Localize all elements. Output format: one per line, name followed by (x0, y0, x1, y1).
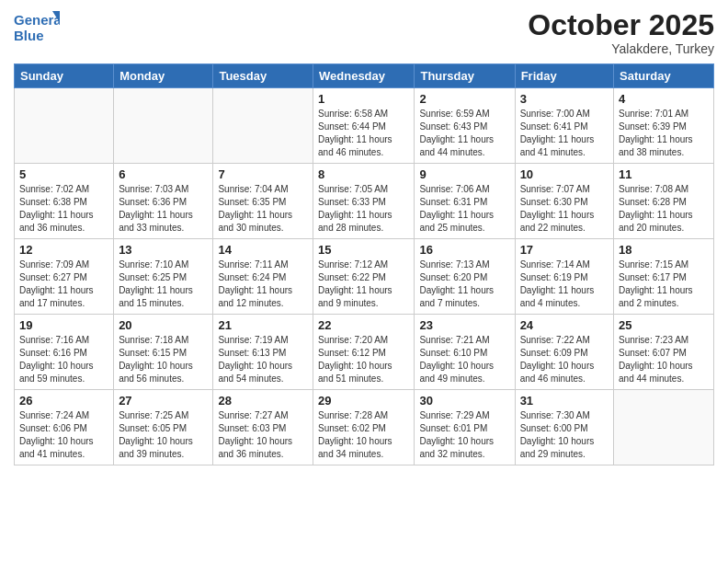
day-number: 10 (520, 167, 609, 181)
day-number: 23 (419, 318, 509, 332)
day-info: Sunrise: 7:27 AMSunset: 6:03 PMDaylight:… (218, 409, 308, 461)
day-number: 17 (520, 243, 609, 257)
calendar-cell: 14Sunrise: 7:11 AMSunset: 6:24 PMDayligh… (213, 239, 313, 315)
day-number: 5 (19, 167, 108, 181)
col-header-wednesday: Wednesday (313, 64, 415, 88)
calendar-cell: 24Sunrise: 7:22 AMSunset: 6:09 PMDayligh… (515, 315, 613, 390)
week-row-3: 12Sunrise: 7:09 AMSunset: 6:27 PMDayligh… (15, 239, 714, 315)
day-number: 30 (419, 394, 509, 408)
svg-text:Blue: Blue (14, 28, 44, 43)
calendar-cell: 18Sunrise: 7:15 AMSunset: 6:17 PMDayligh… (614, 239, 714, 315)
day-info: Sunrise: 7:20 AMSunset: 6:12 PMDaylight:… (318, 334, 409, 385)
col-header-tuesday: Tuesday (213, 64, 313, 88)
day-number: 8 (318, 167, 409, 181)
day-info: Sunrise: 7:18 AMSunset: 6:15 PMDaylight:… (119, 334, 208, 385)
calendar-cell: 29Sunrise: 7:28 AMSunset: 6:02 PMDayligh… (313, 390, 415, 465)
calendar-cell: 7Sunrise: 7:04 AMSunset: 6:35 PMDaylight… (213, 164, 313, 239)
logo: General Blue (14, 9, 60, 48)
week-row-2: 5Sunrise: 7:02 AMSunset: 6:38 PMDaylight… (15, 164, 714, 239)
col-header-friday: Friday (515, 64, 613, 88)
day-number: 22 (318, 318, 409, 332)
day-info: Sunrise: 6:59 AMSunset: 6:43 PMDaylight:… (419, 108, 509, 159)
calendar-cell: 21Sunrise: 7:19 AMSunset: 6:13 PMDayligh… (213, 315, 313, 390)
day-info: Sunrise: 7:22 AMSunset: 6:09 PMDaylight:… (520, 334, 609, 385)
calendar-cell: 8Sunrise: 7:05 AMSunset: 6:33 PMDaylight… (313, 164, 415, 239)
day-info: Sunrise: 7:09 AMSunset: 6:27 PMDaylight:… (19, 259, 108, 310)
month-title: October 2025 (528, 9, 714, 41)
day-info: Sunrise: 7:15 AMSunset: 6:17 PMDaylight:… (619, 259, 709, 310)
calendar-table: SundayMondayTuesdayWednesdayThursdayFrid… (14, 63, 714, 465)
day-number: 12 (19, 243, 108, 257)
calendar-cell: 25Sunrise: 7:23 AMSunset: 6:07 PMDayligh… (614, 315, 714, 390)
day-number: 26 (19, 394, 108, 408)
day-info: Sunrise: 7:06 AMSunset: 6:31 PMDaylight:… (419, 183, 509, 235)
day-number: 11 (619, 167, 709, 181)
day-info: Sunrise: 7:00 AMSunset: 6:41 PMDaylight:… (520, 108, 609, 159)
day-number: 14 (218, 243, 308, 257)
calendar-cell: 3Sunrise: 7:00 AMSunset: 6:41 PMDaylight… (515, 88, 613, 164)
day-info: Sunrise: 7:25 AMSunset: 6:05 PMDaylight:… (119, 409, 208, 461)
col-header-thursday: Thursday (415, 64, 515, 88)
day-number: 20 (119, 318, 208, 332)
day-info: Sunrise: 7:16 AMSunset: 6:16 PMDaylight:… (19, 334, 108, 385)
day-info: Sunrise: 7:03 AMSunset: 6:36 PMDaylight:… (119, 183, 208, 235)
calendar-cell: 16Sunrise: 7:13 AMSunset: 6:20 PMDayligh… (415, 239, 515, 315)
calendar-cell: 26Sunrise: 7:24 AMSunset: 6:06 PMDayligh… (15, 390, 114, 465)
day-number: 13 (119, 243, 208, 257)
day-info: Sunrise: 7:30 AMSunset: 6:00 PMDaylight:… (520, 409, 609, 461)
day-info: Sunrise: 7:29 AMSunset: 6:01 PMDaylight:… (419, 409, 509, 461)
day-number: 27 (119, 394, 208, 408)
col-header-monday: Monday (114, 64, 213, 88)
day-info: Sunrise: 7:10 AMSunset: 6:25 PMDaylight:… (119, 259, 208, 310)
day-number: 15 (318, 243, 409, 257)
calendar-cell: 6Sunrise: 7:03 AMSunset: 6:36 PMDaylight… (114, 164, 213, 239)
day-number: 4 (619, 92, 709, 106)
header: General Blue October 2025 Yalakdere, Tur… (14, 9, 714, 56)
calendar-cell: 15Sunrise: 7:12 AMSunset: 6:22 PMDayligh… (313, 239, 415, 315)
calendar-cell: 27Sunrise: 7:25 AMSunset: 6:05 PMDayligh… (114, 390, 213, 465)
day-info: Sunrise: 7:05 AMSunset: 6:33 PMDaylight:… (318, 183, 409, 235)
day-info: Sunrise: 7:07 AMSunset: 6:30 PMDaylight:… (520, 183, 609, 235)
week-row-1: 1Sunrise: 6:58 AMSunset: 6:44 PMDaylight… (15, 88, 714, 164)
calendar-cell: 4Sunrise: 7:01 AMSunset: 6:39 PMDaylight… (614, 88, 714, 164)
svg-text:General: General (14, 12, 60, 28)
calendar-cell: 17Sunrise: 7:14 AMSunset: 6:19 PMDayligh… (515, 239, 613, 315)
page: General Blue October 2025 Yalakdere, Tur… (0, 0, 728, 563)
day-info: Sunrise: 7:13 AMSunset: 6:20 PMDaylight:… (419, 259, 509, 310)
week-row-4: 19Sunrise: 7:16 AMSunset: 6:16 PMDayligh… (15, 315, 714, 390)
day-number: 18 (619, 243, 709, 257)
calendar-cell: 1Sunrise: 6:58 AMSunset: 6:44 PMDaylight… (313, 88, 415, 164)
calendar-cell: 31Sunrise: 7:30 AMSunset: 6:00 PMDayligh… (515, 390, 613, 465)
day-info: Sunrise: 7:12 AMSunset: 6:22 PMDaylight:… (318, 259, 409, 310)
day-info: Sunrise: 6:58 AMSunset: 6:44 PMDaylight:… (318, 108, 409, 159)
day-info: Sunrise: 7:02 AMSunset: 6:38 PMDaylight:… (19, 183, 108, 235)
day-number: 6 (119, 167, 208, 181)
calendar-header-row: SundayMondayTuesdayWednesdayThursdayFrid… (15, 64, 714, 88)
calendar-cell: 20Sunrise: 7:18 AMSunset: 6:15 PMDayligh… (114, 315, 213, 390)
col-header-sunday: Sunday (15, 64, 114, 88)
day-info: Sunrise: 7:21 AMSunset: 6:10 PMDaylight:… (419, 334, 509, 385)
week-row-5: 26Sunrise: 7:24 AMSunset: 6:06 PMDayligh… (15, 390, 714, 465)
calendar-cell: 19Sunrise: 7:16 AMSunset: 6:16 PMDayligh… (15, 315, 114, 390)
calendar-cell: 28Sunrise: 7:27 AMSunset: 6:03 PMDayligh… (213, 390, 313, 465)
calendar-cell: 12Sunrise: 7:09 AMSunset: 6:27 PMDayligh… (15, 239, 114, 315)
day-number: 2 (419, 92, 509, 106)
calendar-cell (15, 88, 114, 164)
day-number: 21 (218, 318, 308, 332)
calendar-cell: 9Sunrise: 7:06 AMSunset: 6:31 PMDaylight… (415, 164, 515, 239)
day-info: Sunrise: 7:08 AMSunset: 6:28 PMDaylight:… (619, 183, 709, 235)
calendar-cell: 30Sunrise: 7:29 AMSunset: 6:01 PMDayligh… (415, 390, 515, 465)
day-number: 31 (520, 394, 609, 408)
day-number: 1 (318, 92, 409, 106)
day-number: 25 (619, 318, 709, 332)
day-info: Sunrise: 7:28 AMSunset: 6:02 PMDaylight:… (318, 409, 409, 461)
day-number: 19 (19, 318, 108, 332)
day-info: Sunrise: 7:01 AMSunset: 6:39 PMDaylight:… (619, 108, 709, 159)
calendar-cell (614, 390, 714, 465)
logo-svg: General Blue (14, 9, 60, 48)
calendar-cell: 10Sunrise: 7:07 AMSunset: 6:30 PMDayligh… (515, 164, 613, 239)
day-info: Sunrise: 7:24 AMSunset: 6:06 PMDaylight:… (19, 409, 108, 461)
calendar-cell: 22Sunrise: 7:20 AMSunset: 6:12 PMDayligh… (313, 315, 415, 390)
day-info: Sunrise: 7:11 AMSunset: 6:24 PMDaylight:… (218, 259, 308, 310)
title-area: October 2025 Yalakdere, Turkey (528, 9, 714, 56)
